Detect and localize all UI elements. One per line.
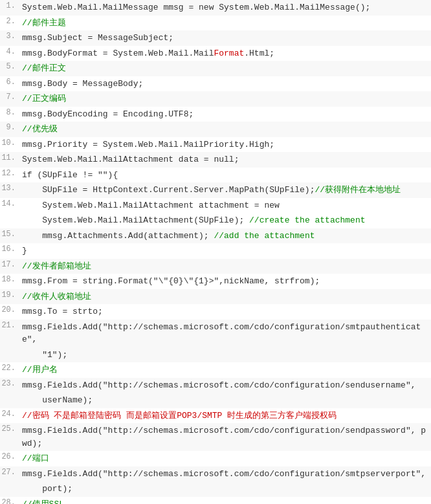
line-number: 26.	[0, 451, 19, 463]
line-number: 21.	[0, 320, 19, 331]
line-number: 19.	[0, 289, 19, 301]
code-container: 1.System.Web.Mail.MailMessage mmsg = new…	[0, 0, 431, 504]
code-row: 14. System.Web.Mail.MailAttachment attac…	[0, 198, 431, 214]
line-content: mmsg.Body = MessageBody;	[19, 76, 431, 92]
line-number: 6.	[0, 76, 19, 88]
line-number: 1.	[0, 0, 19, 12]
line-number: 16.	[0, 243, 19, 255]
code-row: 20.mmsg.To = strto;	[0, 304, 431, 320]
line-number: 18.	[0, 274, 19, 285]
line-number	[0, 213, 19, 215]
line-number: 3.	[0, 30, 19, 42]
code-row: 19.//收件人收箱地址	[0, 289, 431, 305]
line-number: 25.	[0, 423, 19, 435]
code-row: 1.System.Web.Mail.MailMessage mmsg = new…	[0, 0, 431, 16]
line-content: //使用SSL	[19, 497, 431, 505]
code-row: 28.//使用SSL	[0, 497, 431, 505]
line-content: //优先级	[19, 122, 431, 137]
line-content: System.Web.Mail.MailMessage mmsg = new S…	[19, 0, 431, 16]
code-row: 10.mmsg.Priority = System.Web.Mail.MailP…	[0, 137, 431, 153]
line-content: System.Web.Mail.MailAttachment attachmen…	[19, 198, 431, 214]
code-row: 24.//密码 不是邮箱登陆密码 而是邮箱设置POP3/SMTP 时生成的第三方…	[0, 408, 431, 424]
line-content: mmsg.Fields.Add("http://schemas.microsof…	[19, 466, 431, 482]
line-content: mmsg.BodyFormat = System.Web.Mail.MailFo…	[19, 46, 431, 61]
line-content: //邮件正文	[19, 61, 431, 76]
line-content: //密码 不是邮箱登陆密码 而是邮箱设置POP3/SMTP 时生成的第三方客户端…	[19, 408, 431, 424]
code-row: 26.//端口	[0, 451, 431, 466]
code-row: 23.mmsg.Fields.Add("http://schemas.micro…	[0, 378, 431, 393]
line-content: System.Web.Mail.MailAttachment(SUpFile);…	[19, 213, 431, 228]
line-content: //端口	[19, 451, 431, 466]
line-content: mmsg.BodyEncoding = Encoding.UTF8;	[19, 107, 431, 122]
code-row: 13. SUpFile = HttpContext.Current.Server…	[0, 182, 431, 198]
code-row: 8.mmsg.BodyEncoding = Encoding.UTF8;	[0, 107, 431, 122]
line-number: 28.	[0, 497, 19, 505]
code-row: 27.mmsg.Fields.Add("http://schemas.micro…	[0, 466, 431, 482]
line-number: 10.	[0, 137, 19, 149]
line-content: //邮件主题	[19, 16, 431, 31]
line-content: "1");	[19, 347, 431, 363]
code-row-continuation: userName);	[0, 393, 431, 408]
code-row: 12.if (SUpFile != ""){	[0, 168, 431, 183]
line-number: 12.	[0, 168, 19, 179]
code-row-continuation: "1");	[0, 347, 431, 363]
code-row: 9.//优先级	[0, 122, 431, 137]
line-number	[0, 393, 19, 395]
line-content: //正文编码	[19, 91, 431, 107]
code-row: 3.mmsg.Subject = MessageSubject;	[0, 30, 431, 46]
code-row: 16.}	[0, 243, 431, 259]
code-row: 4.mmsg.BodyFormat = System.Web.Mail.Mail…	[0, 46, 431, 61]
code-row: 11.System.Web.Mail.MailAttachment data =…	[0, 152, 431, 168]
code-row: 2.//邮件主题	[0, 16, 431, 31]
line-content: System.Web.Mail.MailAttachment data = nu…	[19, 152, 431, 168]
line-number: 24.	[0, 408, 19, 420]
line-number: 9.	[0, 122, 19, 133]
code-row: 25.mmsg.Fields.Add("http://schemas.micro…	[0, 423, 431, 451]
line-number: 14.	[0, 198, 19, 210]
code-row: 17.//发件者邮箱地址	[0, 259, 431, 274]
line-content: }	[19, 243, 431, 259]
code-row: 15. mmsg.Attachments.Add(attachment); //…	[0, 228, 431, 244]
line-content: port);	[19, 481, 431, 497]
line-number	[0, 481, 19, 484]
line-number: 22.	[0, 362, 19, 374]
line-number: 11.	[0, 152, 19, 164]
line-number: 13.	[0, 182, 19, 194]
code-row-continuation: System.Web.Mail.MailAttachment(SUpFile);…	[0, 213, 431, 228]
line-number	[0, 347, 19, 350]
line-content: if (SUpFile != ""){	[19, 168, 431, 183]
line-content: mmsg.Fields.Add("http://schemas.microsof…	[19, 378, 431, 393]
line-number: 4.	[0, 46, 19, 58]
line-number: 15.	[0, 228, 19, 240]
line-number: 27.	[0, 466, 19, 478]
line-content: mmsg.Priority = System.Web.Mail.MailPrio…	[19, 137, 431, 153]
line-number: 17.	[0, 259, 19, 270]
code-block: 1.System.Web.Mail.MailMessage mmsg = new…	[0, 0, 431, 504]
line-number: 7.	[0, 91, 19, 103]
line-content: //发件者邮箱地址	[19, 259, 431, 274]
line-number: 8.	[0, 107, 19, 118]
code-row: 22.//用户名	[0, 362, 431, 378]
line-number: 23.	[0, 378, 19, 389]
line-number: 20.	[0, 304, 19, 316]
line-content: SUpFile = HttpContext.Current.Server.Map…	[19, 182, 431, 198]
line-content: mmsg.Attachments.Add(attachment); //add …	[19, 228, 431, 244]
code-row-continuation: port);	[0, 481, 431, 497]
line-content: mmsg.From = string.Format("\"{0}\"{1}>",…	[19, 274, 431, 289]
line-number: 2.	[0, 16, 19, 27]
code-row: 21.mmsg.Fields.Add("http://schemas.micro…	[0, 320, 431, 347]
line-content: userName);	[19, 393, 431, 408]
code-row: 6.mmsg.Body = MessageBody;	[0, 76, 431, 92]
line-content: mmsg.To = strto;	[19, 304, 431, 320]
line-number: 5.	[0, 61, 19, 72]
code-row: 18.mmsg.From = string.Format("\"{0}\"{1}…	[0, 274, 431, 289]
code-row: 7.//正文编码	[0, 91, 431, 107]
line-content: mmsg.Subject = MessageSubject;	[19, 30, 431, 46]
line-content: mmsg.Fields.Add("http://schemas.microsof…	[19, 423, 431, 451]
line-content: mmsg.Fields.Add("http://schemas.microsof…	[19, 320, 431, 347]
line-content: //用户名	[19, 362, 431, 378]
code-row: 5.//邮件正文	[0, 61, 431, 76]
line-content: //收件人收箱地址	[19, 289, 431, 305]
